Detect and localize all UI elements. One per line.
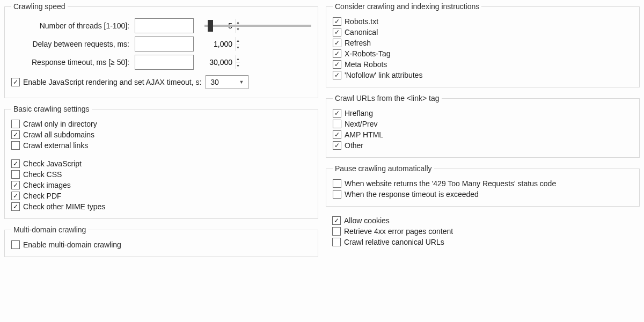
checkbox-row: When website returns the '429 Too Many R… bbox=[333, 179, 633, 188]
checkbox[interactable] bbox=[333, 179, 341, 188]
checkbox-label: AMP HTML bbox=[345, 130, 383, 139]
multi-domain-label: Enable multi-domain crawling bbox=[23, 240, 121, 249]
timeout-spin-up[interactable]: ▲ bbox=[236, 55, 240, 63]
threads-slider[interactable] bbox=[204, 20, 311, 31]
multi-domain-group: Multi-domain crawling Enable multi-domai… bbox=[4, 225, 318, 257]
checkbox[interactable] bbox=[332, 238, 341, 246]
checkbox[interactable] bbox=[11, 159, 20, 168]
pause-legend: Pause crawling automatically bbox=[333, 164, 434, 173]
checkbox-label: Check PDF bbox=[23, 192, 62, 200]
checkbox[interactable] bbox=[11, 141, 20, 150]
consider-legend: Consider crawling and indexing instructi… bbox=[333, 2, 481, 11]
checkbox[interactable] bbox=[333, 28, 341, 36]
checkbox-label: Other bbox=[345, 141, 363, 150]
consider-list: Robots.txtCanonicalRefreshX-Robots-TagMe… bbox=[333, 17, 633, 79]
checkbox-row: Check JavaScript bbox=[11, 159, 311, 168]
basic-list-a: Crawl only in directoryCrawl all subdoma… bbox=[11, 120, 311, 150]
threads-spinbox[interactable]: ▲ ▼ bbox=[135, 18, 194, 33]
checkbox-label: Crawl all subdomains bbox=[23, 130, 94, 139]
timeout-label: Response timeout, ms [≥ 50]: bbox=[11, 58, 135, 67]
checkbox[interactable] bbox=[333, 49, 341, 58]
linktag-legend: Crawl URLs from the <link> tag bbox=[333, 94, 442, 103]
delay-label: Delay between requests, ms: bbox=[11, 40, 135, 48]
checkbox-row: Retrieve 4xx error pages content bbox=[332, 227, 633, 236]
crawling-speed-group: Crawling speed Number of threads [1-100]… bbox=[4, 2, 318, 98]
threads-label: Number of threads [1-100]: bbox=[11, 21, 135, 30]
delay-spinbox[interactable]: ▲ ▼ bbox=[135, 36, 194, 52]
basic-settings-legend: Basic crawling settings bbox=[11, 105, 92, 113]
timeout-input[interactable] bbox=[135, 55, 236, 69]
js-render-dropdown-value: 30 bbox=[210, 78, 219, 86]
checkbox-label: X-Robots-Tag bbox=[345, 49, 391, 58]
pause-group: Pause crawling automatically When websit… bbox=[326, 164, 640, 207]
checkbox-row: Check images bbox=[11, 181, 311, 189]
checkbox-row: Allow cookies bbox=[332, 216, 633, 225]
checkbox-row: When the response timeout is exceeded bbox=[333, 190, 633, 199]
checkbox-label: When website returns the '429 Too Many R… bbox=[345, 179, 556, 188]
checkbox[interactable] bbox=[333, 60, 341, 69]
slider-track bbox=[204, 25, 311, 27]
checkbox-label: Allow cookies bbox=[344, 216, 390, 225]
basic-settings-group: Basic crawling settings Crawl only in di… bbox=[4, 105, 318, 219]
checkbox[interactable] bbox=[333, 190, 341, 199]
checkbox-label: Crawl only in directory bbox=[23, 120, 97, 128]
checkbox-row: AMP HTML bbox=[333, 130, 633, 139]
right-column: Consider crawling and indexing instructi… bbox=[326, 2, 640, 320]
checkbox[interactable] bbox=[332, 227, 341, 236]
checkbox-row: Other bbox=[333, 141, 633, 150]
loose-list: Allow cookiesRetrieve 4xx error pages co… bbox=[332, 216, 633, 246]
checkbox-label: Check images bbox=[23, 181, 71, 189]
pause-list: When website returns the '429 Too Many R… bbox=[333, 179, 633, 199]
checkbox[interactable] bbox=[11, 170, 20, 179]
checkbox-row: Robots.txt bbox=[333, 17, 633, 26]
js-render-label: Enable JavaScript rendering and set AJAX… bbox=[23, 78, 201, 86]
chevron-down-icon: ▼ bbox=[239, 79, 244, 85]
checkbox-row: Next/Prev bbox=[333, 120, 633, 128]
checkbox[interactable] bbox=[333, 141, 341, 150]
checkbox-label: Meta Robots bbox=[345, 60, 387, 69]
checkbox-row: Crawl relative canonical URLs bbox=[332, 238, 633, 246]
checkbox-label: Check other MIME types bbox=[23, 202, 105, 211]
checkbox-row: Check CSS bbox=[11, 170, 311, 179]
checkbox-row: Refresh bbox=[333, 39, 633, 47]
checkbox[interactable] bbox=[11, 130, 20, 139]
checkbox[interactable] bbox=[333, 39, 341, 47]
checkbox[interactable] bbox=[11, 202, 20, 211]
timeout-spin-down[interactable]: ▼ bbox=[236, 63, 240, 70]
checkbox[interactable] bbox=[11, 120, 20, 128]
delay-spin-up[interactable]: ▲ bbox=[236, 37, 240, 45]
checkbox-row: Meta Robots bbox=[333, 60, 633, 69]
checkbox[interactable] bbox=[333, 130, 341, 139]
js-render-dropdown[interactable]: 30 ▼ bbox=[206, 75, 248, 89]
checkbox[interactable] bbox=[332, 216, 341, 225]
checkbox[interactable] bbox=[333, 17, 341, 26]
checkbox-label: Check CSS bbox=[23, 170, 62, 179]
checkbox[interactable] bbox=[333, 120, 341, 128]
checkbox-label: Crawl external links bbox=[23, 141, 88, 150]
checkbox[interactable] bbox=[333, 109, 341, 118]
checkbox-label: Hreflang bbox=[345, 109, 373, 118]
checkbox-row: Check PDF bbox=[11, 192, 311, 200]
checkbox[interactable] bbox=[333, 71, 341, 79]
checkbox-row: Check other MIME types bbox=[11, 202, 311, 211]
delay-input[interactable] bbox=[135, 37, 236, 51]
checkbox-label: Refresh bbox=[345, 39, 371, 47]
loose-checks: Allow cookiesRetrieve 4xx error pages co… bbox=[326, 213, 640, 252]
checkbox-label: Robots.txt bbox=[345, 17, 378, 26]
checkbox[interactable] bbox=[11, 192, 20, 200]
slider-thumb[interactable] bbox=[208, 20, 213, 32]
checkbox-row: Crawl all subdomains bbox=[11, 130, 311, 139]
multi-domain-checkbox[interactable] bbox=[11, 240, 20, 249]
delay-spin-down[interactable]: ▼ bbox=[236, 45, 240, 52]
checkbox-row: Canonical bbox=[333, 28, 633, 36]
checkbox-label: Canonical bbox=[345, 28, 378, 36]
multi-domain-legend: Multi-domain crawling bbox=[11, 225, 88, 234]
linktag-group: Crawl URLs from the <link> tag HreflangN… bbox=[326, 94, 640, 158]
consider-group: Consider crawling and indexing instructi… bbox=[326, 2, 640, 87]
js-render-checkbox[interactable] bbox=[11, 78, 20, 86]
checkbox-row: X-Robots-Tag bbox=[333, 49, 633, 58]
timeout-spinbox[interactable]: ▲ ▼ bbox=[135, 55, 194, 70]
checkbox-row: 'Nofollow' link attributes bbox=[333, 71, 633, 79]
checkbox[interactable] bbox=[11, 181, 20, 189]
checkbox-label: Retrieve 4xx error pages content bbox=[344, 227, 453, 236]
